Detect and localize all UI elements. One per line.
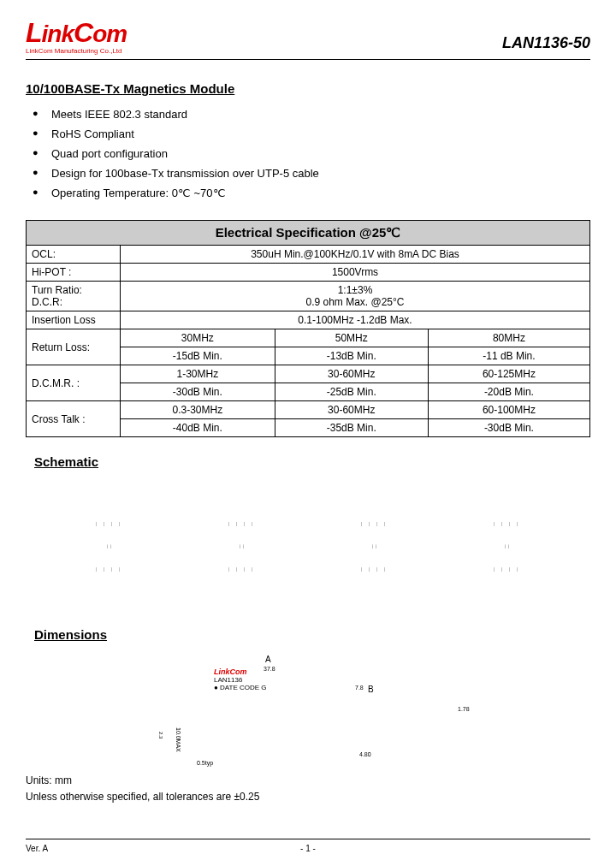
dim-typ: 0.5typ	[197, 760, 213, 766]
dcmr-v1: -30dB Min.	[121, 383, 275, 401]
footer: Ver. A - 1 -	[26, 839, 590, 853]
dim-component-label: LinkCom LAN1136 ● DATE CODE G	[214, 667, 267, 691]
ct-v1: -40dB Min.	[121, 419, 275, 437]
feature-item: Quad port configuration	[26, 144, 590, 163]
ct-v2: -35dB Min.	[275, 419, 428, 437]
dim-side: 2.3	[158, 732, 163, 738]
insertion-value: 0.1-100MHz -1.2dB Max.	[121, 311, 590, 329]
footer-page: - 1 -	[300, 844, 316, 853]
ret-v3: -11 dB Min.	[428, 347, 589, 365]
logo-subtitle: LinkCom Manufacturing Co.,Ltd	[26, 47, 127, 55]
dcmr-f1: 1-30MHz	[121, 365, 275, 383]
ret-v2: -13dB Min.	[275, 347, 428, 365]
dcmr-f2: 30-60MHz	[275, 365, 428, 383]
logo-text: LinkCom	[26, 17, 127, 49]
part-number: LAN1136-50	[502, 34, 590, 52]
turn-dcr-value: 1:1±3% 0.9 ohm Max. @25°C	[121, 282, 590, 311]
logo: LinkCom LinkCom Manufacturing Co.,Ltd	[26, 17, 127, 55]
ct-f3: 60-100MHz	[428, 401, 589, 419]
dcmr-label: D.C.M.R. :	[27, 365, 121, 401]
units-line2: Unless otherwise specified, all toleranc…	[26, 791, 590, 803]
feature-item: RoHS Compliant	[26, 124, 590, 144]
dim-b-label: B	[368, 685, 374, 694]
product-title: 10/100BASE-Tx Magnetics Module	[26, 81, 590, 96]
ct-v3: -30dB Min.	[428, 419, 589, 437]
dim-pitch: 4.80	[359, 751, 371, 757]
ret-f1: 30MHz	[121, 329, 275, 347]
ct-f2: 30-60MHz	[275, 401, 428, 419]
hipot-label: Hi-POT :	[27, 264, 121, 282]
turn-dcr-label: Turn Ratio: D.C.R:	[27, 282, 121, 311]
dcmr-v3: -20dB Min.	[428, 383, 589, 401]
header: LinkCom LinkCom Manufacturing Co.,Ltd LA…	[26, 17, 590, 55]
schematic-title: Schematic	[34, 454, 590, 469]
ret-f3: 80MHz	[428, 329, 589, 347]
footer-version: Ver. A	[26, 844, 48, 853]
schematic-diagram: | | | |⌇ ⌇| | | | | | | |⌇ ⌇| | | | | | …	[43, 477, 573, 614]
return-loss-label: Return Loss:	[27, 329, 121, 365]
dim-c-value: 1.78	[458, 706, 470, 712]
units-line1: Units: mm	[26, 774, 590, 786]
hipot-value: 1500Vrms	[121, 264, 590, 282]
ct-f1: 0.3-30MHz	[121, 401, 275, 419]
feature-item: Design for 100base-Tx transmission over …	[26, 163, 590, 183]
spec-table: Electrical Specification @25℃ OCL: 350uH…	[26, 220, 590, 437]
ret-v1: -15dB Min.	[121, 347, 275, 365]
insertion-label: Insertion Loss	[27, 311, 121, 329]
ret-f2: 50MHz	[275, 329, 428, 347]
dimensions-title: Dimensions	[34, 627, 590, 642]
dim-b-value: 7.8	[355, 685, 364, 691]
dim-pins: 10.0MAX	[175, 727, 181, 752]
feature-list: Meets IEEE 802.3 standard RoHS Compliant…	[26, 104, 590, 203]
ocl-label: OCL:	[27, 246, 121, 264]
feature-item: Meets IEEE 802.3 standard	[26, 104, 590, 124]
header-divider	[26, 59, 590, 60]
crosstalk-label: Cross Talk :	[27, 401, 121, 437]
dcmr-f3: 60-125MHz	[428, 365, 589, 383]
feature-item: Operating Temperature: 0℃ ~70℃	[26, 183, 590, 203]
dim-a-label: A	[265, 655, 271, 664]
ocl-value: 350uH Min.@100KHz/0.1V with 8mA DC Bias	[121, 246, 590, 264]
spec-header: Electrical Specification @25℃	[27, 221, 590, 246]
footer-divider	[26, 839, 590, 839]
dcmr-v2: -25dB Min.	[275, 383, 428, 401]
dimensions-diagram: A 37.8 LinkCom LAN1136 ● DATE CODE G 7.8…	[43, 650, 573, 770]
